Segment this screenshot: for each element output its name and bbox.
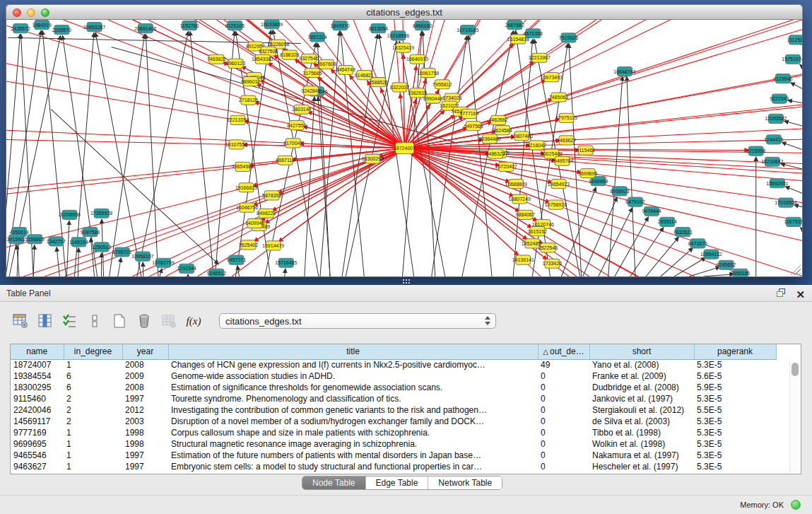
table-cell[interactable]: 0 bbox=[538, 382, 589, 393]
table-cell[interactable]: 6 bbox=[64, 382, 122, 393]
graph-edge[interactable] bbox=[788, 100, 802, 103]
table-cell[interactable]: 5.6E-5 bbox=[694, 370, 776, 382]
table-cell[interactable]: 14569117 bbox=[11, 416, 64, 427]
table-cell[interactable]: Franke et al. (2009) bbox=[589, 370, 694, 382]
table-cell[interactable]: 5.3E-5 bbox=[694, 461, 776, 472]
graph-edge[interactable] bbox=[257, 84, 405, 148]
table-row[interactable]: 946362711997Embryonic stem cells: a mode… bbox=[11, 461, 776, 472]
table-row[interactable]: 977716911998Corpus callosum shape and si… bbox=[11, 427, 776, 438]
float-panel-icon[interactable] bbox=[777, 288, 787, 298]
graph-edge[interactable] bbox=[110, 34, 145, 276]
column-header-out_de[interactable]: △out_de… bbox=[538, 344, 589, 359]
table-cell[interactable]: 1 bbox=[64, 461, 122, 472]
column-header-name[interactable]: name bbox=[11, 344, 64, 359]
column-header-pagerank[interactable]: pagerank bbox=[694, 344, 776, 359]
table-cell[interactable]: 5.3E-5 bbox=[694, 359, 776, 370]
graph-edge[interactable] bbox=[615, 217, 649, 276]
table-cell[interactable]: 5.3E-5 bbox=[694, 438, 776, 450]
graph-edge[interactable] bbox=[599, 208, 632, 276]
graph-edge[interactable] bbox=[188, 274, 189, 276]
table-cell[interactable]: Estimation of the future numbers of pati… bbox=[168, 450, 538, 461]
table-cell[interactable]: Stergiakouli et al. (2012) bbox=[589, 404, 694, 416]
clear-selection-icon[interactable] bbox=[86, 312, 104, 330]
table-cell[interactable]: Dudbridge et al. (2008) bbox=[589, 382, 694, 393]
delete-column-icon[interactable] bbox=[135, 312, 153, 330]
graph-edge[interactable] bbox=[33, 245, 35, 276]
table-cell[interactable]: 18300295 bbox=[11, 382, 64, 393]
table-cell[interactable]: 5.3E-5 bbox=[694, 450, 776, 461]
table-cell[interactable]: Disruption of a novel member of a sodium… bbox=[168, 416, 538, 427]
table-cell[interactable]: 1 bbox=[64, 359, 122, 370]
table-cell[interactable]: Tourette syndrome. Phenomenology and cla… bbox=[168, 393, 538, 404]
table-cell[interactable]: 9465546 bbox=[11, 450, 64, 461]
table-cell[interactable]: 0 bbox=[538, 393, 589, 404]
table-cell[interactable]: Corpus callosum shape and size in male p… bbox=[168, 427, 538, 438]
table-cell[interactable]: 0 bbox=[538, 370, 589, 382]
graph-edge[interactable] bbox=[252, 148, 404, 187]
table-cell[interactable]: 5.3E-5 bbox=[694, 393, 776, 404]
table-selector-dropdown[interactable]: citations_edges.txt bbox=[219, 313, 496, 329]
table-cell[interactable]: 49 bbox=[538, 359, 589, 370]
table-cell[interactable]: 0 bbox=[538, 438, 589, 450]
table-cell[interactable]: 1 bbox=[64, 427, 122, 438]
table-cell[interactable]: 1 bbox=[64, 438, 122, 450]
table-cell[interactable]: 2012 bbox=[122, 404, 168, 416]
table-cell[interactable]: 0 bbox=[538, 427, 589, 438]
graph-edge[interactable] bbox=[242, 145, 404, 148]
table-row[interactable]: 1872400712008Changes of HCN gene express… bbox=[11, 359, 776, 370]
table-cell[interactable]: de Silva et al. (2003) bbox=[589, 416, 694, 427]
table-cell[interactable]: Wolkin et al. (1998) bbox=[589, 438, 694, 450]
table-cell[interactable]: Yano et al. (2008) bbox=[589, 359, 694, 370]
table-row[interactable]: 911546021997Tourette syndrome. Phenomeno… bbox=[11, 393, 776, 404]
function-builder-icon[interactable]: f(x) bbox=[184, 312, 203, 330]
graph-edge[interactable] bbox=[703, 274, 734, 276]
table-cell[interactable]: 5.3E-5 bbox=[694, 416, 776, 427]
tab-node-table[interactable]: Node Table bbox=[302, 477, 366, 489]
graph-edge[interactable] bbox=[273, 30, 319, 276]
table-row[interactable]: 2242004622012Investigating the contribut… bbox=[11, 404, 776, 416]
table-cell[interactable]: Genome-wide association studies in ADHD. bbox=[168, 370, 538, 382]
table-cell[interactable]: 22420046 bbox=[11, 404, 64, 416]
table-cell[interactable]: 1998 bbox=[122, 427, 168, 438]
delete-table-icon[interactable] bbox=[160, 312, 178, 330]
table-cell[interactable]: 9699695 bbox=[11, 438, 64, 450]
close-panel-icon[interactable]: ✕ bbox=[796, 286, 805, 303]
table-scrollbar[interactable] bbox=[789, 361, 800, 473]
table-cell[interactable]: 0 bbox=[538, 404, 589, 416]
table-cell[interactable]: 2003 bbox=[122, 416, 168, 427]
select-all-icon[interactable] bbox=[61, 312, 79, 330]
column-header-title[interactable]: title bbox=[168, 344, 538, 359]
graph-edge[interactable] bbox=[785, 187, 802, 194]
table-cell[interactable]: Embryonic stem cells: a model to study s… bbox=[168, 461, 538, 472]
graph-edge[interactable] bbox=[143, 262, 143, 276]
column-header-short[interactable]: short bbox=[589, 344, 694, 359]
table-cell[interactable]: 5.5E-5 bbox=[694, 404, 776, 416]
graph-edge[interactable] bbox=[646, 237, 678, 276]
tab-edge-table[interactable]: Edge Table bbox=[366, 477, 429, 489]
graph-edge[interactable] bbox=[78, 247, 78, 276]
table-cell[interactable]: 0 bbox=[538, 461, 589, 472]
table-cell[interactable]: Changes of HCN gene expression and I(f) … bbox=[168, 359, 538, 370]
new-column-icon[interactable] bbox=[110, 312, 129, 330]
table-cell[interactable]: Hescheler et al. (1997) bbox=[589, 461, 694, 472]
table-mode-icon[interactable] bbox=[11, 312, 30, 330]
table-cell[interactable]: 19384554 bbox=[11, 370, 64, 382]
table-cell[interactable]: Nakamura et al. (1997) bbox=[589, 450, 694, 461]
network-window-titlebar[interactable]: citations_edges.txt bbox=[6, 4, 803, 20]
table-cell[interactable]: 1998 bbox=[122, 438, 168, 450]
column-header-year[interactable]: year bbox=[122, 344, 168, 359]
graph-edge[interactable] bbox=[689, 267, 720, 276]
table-cell[interactable]: 2 bbox=[64, 416, 122, 427]
graph-edge[interactable] bbox=[800, 228, 802, 229]
show-columns-icon[interactable] bbox=[36, 312, 54, 330]
table-cell[interactable]: Tibbo et al. (1998) bbox=[589, 427, 694, 438]
table-row[interactable]: 1938455462009Genome-wide association stu… bbox=[11, 370, 776, 382]
table-scrollbar-thumb[interactable] bbox=[792, 363, 799, 376]
table-cell[interactable]: 9777169 bbox=[11, 427, 64, 438]
table-cell[interactable]: 2009 bbox=[122, 370, 168, 382]
memory-status-indicator[interactable] bbox=[791, 500, 801, 510]
table-cell[interactable]: 1997 bbox=[122, 393, 168, 404]
table-row[interactable]: 946554611997Estimation of the future num… bbox=[11, 450, 776, 461]
tab-network-table[interactable]: Network Table bbox=[428, 477, 502, 489]
table-cell[interactable]: 2 bbox=[64, 404, 122, 416]
